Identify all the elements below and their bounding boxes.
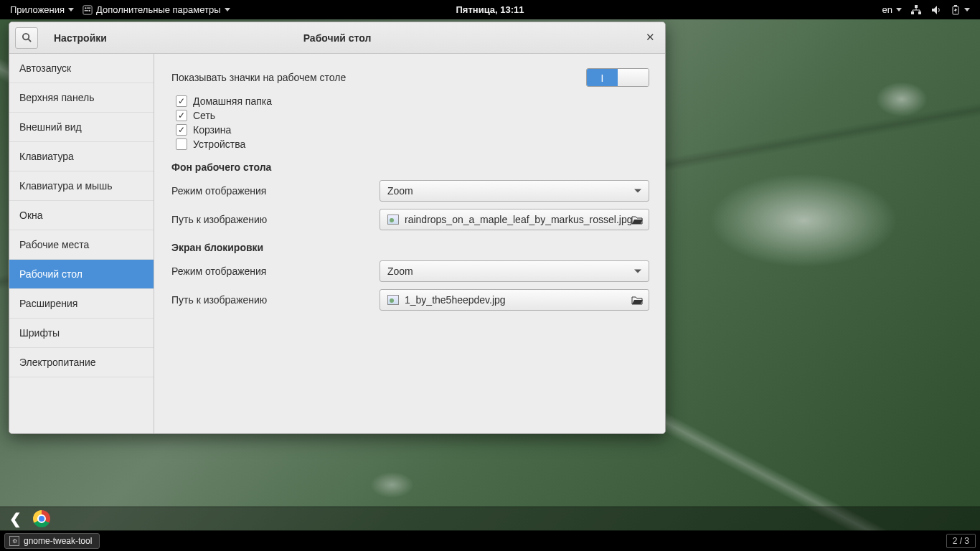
chevron-left-icon: ❮ bbox=[9, 510, 22, 527]
search-icon bbox=[22, 32, 32, 43]
volume-indicator[interactable] bbox=[926, 5, 946, 15]
lock-path-label: Путь к изображению bbox=[171, 294, 380, 306]
keyboard-layout-indicator[interactable]: en bbox=[878, 4, 906, 15]
image-icon bbox=[387, 295, 399, 305]
bg-mode-value: Zoom bbox=[387, 185, 413, 197]
clock[interactable]: Пятница, 13:11 bbox=[452, 0, 529, 19]
tweak-launcher-label: Дополнительные параметры bbox=[96, 4, 221, 15]
svg-point-10 bbox=[22, 34, 28, 39]
checkbox[interactable] bbox=[176, 124, 187, 136]
show-desktop-icons-label: Показывать значки на рабочем столе bbox=[171, 72, 380, 83]
task-gnome-tweak-tool[interactable]: ⚙ gnome-tweak-tool bbox=[4, 533, 100, 549]
bg-mode-label: Режим отображения bbox=[171, 185, 380, 197]
svg-rect-4 bbox=[85, 10, 88, 11]
sidebar-item-label: Внешний вид bbox=[19, 121, 82, 133]
window-headerbar: Настройки Рабочий стол ✕ bbox=[9, 22, 665, 54]
checkbox-label: Устройства bbox=[193, 138, 245, 150]
checkbox-label: Корзина bbox=[193, 124, 231, 136]
page-title: Рабочий стол bbox=[303, 32, 372, 44]
svg-rect-9 bbox=[954, 5, 957, 6]
checkbox-row: Корзина bbox=[176, 124, 649, 136]
svg-line-11 bbox=[28, 39, 31, 42]
dock: ❮ bbox=[0, 507, 980, 531]
workspace-label: 2 / 3 bbox=[953, 536, 969, 546]
chevron-down-icon bbox=[225, 8, 230, 11]
chevron-down-icon bbox=[964, 8, 970, 11]
lock-file-chooser[interactable]: 1_by_the5heepdev.jpg bbox=[380, 289, 649, 311]
search-button[interactable] bbox=[15, 27, 38, 49]
battery-icon bbox=[951, 5, 961, 15]
sidebar-item-label: Рабочий стол bbox=[19, 268, 83, 280]
sidebar-item-label: Шрифты bbox=[19, 327, 60, 339]
lock-file-name: 1_by_the5heepdev.jpg bbox=[405, 294, 506, 306]
top-panel: Приложения Дополнительные параметры Пятн… bbox=[0, 0, 980, 19]
chevron-down-icon bbox=[896, 8, 902, 11]
sidebar-item[interactable]: Верхняя панель bbox=[9, 83, 154, 113]
sidebar-item-label: Рабочие места bbox=[19, 239, 89, 250]
network-icon bbox=[910, 5, 922, 15]
sidebar-item[interactable]: Клавиатура bbox=[9, 142, 154, 171]
sidebar-item[interactable]: Автозапуск bbox=[9, 54, 154, 83]
bg-file-chooser[interactable]: raindrops_on_a_maple_leaf_by_markus_ross… bbox=[380, 209, 649, 230]
tweak-tool-window: Настройки Рабочий стол ✕ АвтозапускВерхн… bbox=[9, 22, 666, 434]
tweak-icon bbox=[83, 5, 93, 15]
sidebar-item[interactable]: Клавиатура и мышь bbox=[9, 171, 154, 201]
checkbox[interactable] bbox=[176, 110, 187, 121]
checkbox[interactable] bbox=[176, 95, 187, 107]
tweak-icon: ⚙ bbox=[9, 536, 19, 546]
lockscreen-section-title: Экран блокировки bbox=[171, 242, 649, 253]
chevron-down-icon bbox=[68, 8, 74, 11]
svg-rect-2 bbox=[87, 7, 90, 8]
checkbox-row: Домашняя папка bbox=[176, 95, 649, 107]
close-button[interactable]: ✕ bbox=[644, 31, 656, 44]
tweak-tool-launcher[interactable]: Дополнительные параметры bbox=[78, 0, 235, 19]
checkbox-label: Домашняя папка bbox=[193, 95, 272, 107]
svg-point-3 bbox=[89, 9, 90, 11]
sidebar-item-label: Автозапуск bbox=[19, 62, 71, 74]
header-settings-label: Настройки bbox=[54, 32, 107, 44]
lock-mode-combo[interactable]: Zoom bbox=[380, 260, 649, 282]
svg-rect-6 bbox=[911, 11, 914, 14]
clock-label: Пятница, 13:11 bbox=[456, 4, 524, 15]
back-button[interactable]: ❮ bbox=[4, 509, 26, 528]
chevron-down-icon bbox=[634, 270, 641, 273]
sidebar-item-label: Клавиатура bbox=[19, 151, 74, 162]
lang-label: en bbox=[882, 4, 892, 15]
sidebar-item-label: Расширения bbox=[19, 298, 77, 309]
switch-on-side: | bbox=[587, 69, 618, 86]
bg-mode-combo[interactable]: Zoom bbox=[380, 180, 649, 202]
sidebar-item[interactable]: Электропитание bbox=[9, 348, 154, 377]
svg-rect-7 bbox=[918, 11, 921, 14]
battery-indicator[interactable] bbox=[946, 5, 974, 15]
switch-off-side bbox=[618, 69, 649, 86]
sidebar-item[interactable]: Рабочий стол bbox=[9, 260, 154, 289]
sidebar-item[interactable]: Окна bbox=[9, 201, 154, 230]
chrome-launcher[interactable] bbox=[33, 510, 50, 527]
svg-point-1 bbox=[85, 7, 86, 9]
checkbox-row: Сеть bbox=[176, 110, 649, 121]
settings-content: Показывать значки на рабочем столе | Дом… bbox=[154, 54, 665, 433]
svg-rect-0 bbox=[83, 5, 92, 14]
sidebar-item-label: Окна bbox=[19, 209, 43, 221]
show-desktop-icons-switch[interactable]: | bbox=[586, 68, 649, 87]
lock-mode-label: Режим отображения bbox=[171, 265, 380, 277]
bg-file-name: raindrops_on_a_maple_leaf_by_markus_ross… bbox=[405, 214, 633, 225]
svg-rect-5 bbox=[915, 5, 918, 8]
checkbox[interactable] bbox=[176, 138, 187, 150]
applications-menu[interactable]: Приложения bbox=[6, 0, 78, 19]
checkbox-label: Сеть bbox=[193, 110, 215, 121]
sidebar-item[interactable]: Рабочие места bbox=[9, 230, 154, 260]
volume-icon bbox=[930, 5, 942, 15]
category-sidebar: АвтозапускВерхняя панельВнешний видКлави… bbox=[9, 54, 154, 433]
image-icon bbox=[387, 215, 399, 225]
bottom-taskbar: ❮ ⚙ gnome-tweak-tool 2 / 3 bbox=[0, 507, 980, 551]
sidebar-item-label: Электропитание bbox=[19, 357, 96, 368]
applications-label: Приложения bbox=[10, 4, 65, 15]
network-indicator[interactable] bbox=[906, 5, 926, 15]
sidebar-item[interactable]: Расширения bbox=[9, 289, 154, 319]
workspace-indicator[interactable]: 2 / 3 bbox=[946, 534, 976, 548]
sidebar-item[interactable]: Внешний вид bbox=[9, 113, 154, 142]
sidebar-item-label: Клавиатура и мышь bbox=[19, 180, 113, 192]
background-section-title: Фон рабочего стола bbox=[171, 161, 649, 173]
sidebar-item[interactable]: Шрифты bbox=[9, 319, 154, 348]
